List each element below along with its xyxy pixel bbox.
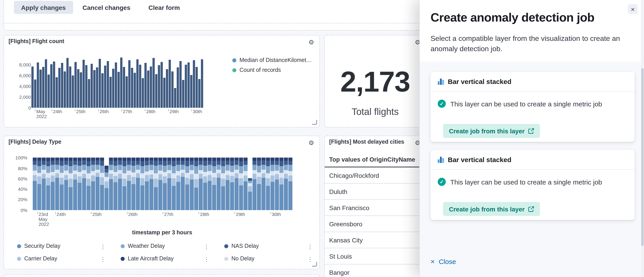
bar <box>74 62 77 108</box>
gear-icon[interactable]: ⚙ <box>307 138 316 147</box>
legend-label: Weather Delay <box>128 243 165 249</box>
bar <box>82 60 85 108</box>
clear-form-button[interactable]: Clear form <box>148 1 180 14</box>
stacked-bar <box>234 158 238 210</box>
bar <box>99 59 101 108</box>
legend-item[interactable]: Median of DistanceKilomet… <box>232 57 312 63</box>
x-axis-title: timestamp per 3 hours <box>32 229 293 236</box>
y-axis-tick: 4,000 <box>13 84 31 89</box>
bar <box>131 68 133 108</box>
legend-item[interactable]: Weather Delay <box>121 243 165 249</box>
table-row[interactable]: St Louis <box>325 248 426 264</box>
legend-item[interactable]: Security Delay <box>17 243 60 249</box>
legend-options-icon[interactable]: ⋮ <box>204 244 210 250</box>
table-column-header[interactable]: Top values of OriginCityName <box>325 152 426 167</box>
stacked-bar <box>262 158 266 210</box>
stacked-bar <box>51 158 55 210</box>
resize-handle-icon[interactable] <box>312 120 317 125</box>
stacked-bar <box>140 158 144 210</box>
flight-count-chart[interactable] <box>32 57 206 108</box>
x-axis-tick: 27th <box>163 212 173 217</box>
delay-type-panel: [Flights] Delay Type ⚙ 100% 80% 60% 40% … <box>4 136 320 269</box>
x-axis-tick: 26th <box>98 109 109 114</box>
flyout-title: Create anomaly detection job <box>430 11 594 25</box>
bar <box>112 69 114 108</box>
legend-label: Median of DistanceKilomet… <box>240 57 312 63</box>
bar <box>64 71 66 108</box>
table-row[interactable]: Duluth <box>325 184 426 200</box>
panel-title: [Flights] Delay Type <box>8 139 62 145</box>
stacked-bar <box>280 158 284 210</box>
legend-options-icon[interactable]: ⋮ <box>100 244 106 250</box>
bar <box>53 62 55 108</box>
legend-label: No Delay <box>232 255 254 262</box>
legend-options-icon[interactable]: ⋮ <box>100 256 106 263</box>
x-axis-tick: 28th <box>145 109 156 114</box>
bar <box>115 62 117 108</box>
stacked-bar <box>190 158 194 210</box>
check-circle-icon: ✓ <box>438 178 446 186</box>
bar <box>56 77 58 108</box>
legend-item[interactable]: Carrier Delay <box>17 255 57 262</box>
stacked-bar <box>127 158 131 210</box>
x-axis-tick: 29th <box>234 212 245 217</box>
legend-item[interactable]: NAS Delay <box>224 243 259 249</box>
stacked-bar <box>46 158 50 210</box>
close-icon[interactable]: × <box>628 4 638 14</box>
legend-options-icon[interactable]: ⋮ <box>307 244 313 250</box>
bar <box>42 67 44 108</box>
gear-icon[interactable]: ⚙ <box>307 38 316 47</box>
stacked-bar <box>78 158 82 210</box>
bar <box>182 80 184 108</box>
stacked-bar <box>132 158 136 210</box>
table-row[interactable]: Bangor <box>325 264 426 277</box>
x-axis-tick: 23rd May 2022 <box>37 212 49 227</box>
table-row[interactable]: Chicago/Rockford <box>325 167 426 184</box>
bar <box>104 66 106 108</box>
delay-type-chart[interactable] <box>33 158 293 210</box>
x-axis-tick: May 2022 <box>35 109 47 119</box>
bar <box>147 71 149 108</box>
legend-item[interactable]: No Delay <box>224 255 254 262</box>
legend-item[interactable]: Count of records <box>232 67 281 73</box>
total-flights-value: 2,173 <box>325 65 426 98</box>
scrollbar-thumb[interactable] <box>641 68 644 246</box>
create-job-button[interactable]: Create job from this layer <box>443 202 540 216</box>
stacked-bar <box>212 158 216 210</box>
bar-chart-icon <box>438 78 444 85</box>
create-job-button[interactable]: Create job from this layer <box>443 124 540 138</box>
resize-handle-icon[interactable] <box>312 262 317 267</box>
stacked-bar <box>109 158 113 210</box>
bar <box>58 68 60 108</box>
scrollbar-track[interactable] <box>641 0 644 277</box>
apply-changes-button[interactable]: Apply changes <box>14 1 73 14</box>
bar <box>48 75 50 108</box>
create-job-label: Create job from this layer <box>449 205 525 213</box>
bar <box>34 80 36 108</box>
close-x-icon: × <box>430 258 435 265</box>
x-axis-tick: 25th <box>91 212 102 217</box>
legend-dot <box>224 256 228 261</box>
bar <box>40 70 42 108</box>
panel-title: [Flights] Flight count <box>8 38 64 45</box>
y-axis-tick: 2,000 <box>13 95 31 100</box>
layer-card-header: Bar vertical stacked <box>430 72 634 92</box>
cancel-changes-button[interactable]: Cancel changes <box>82 1 130 14</box>
legend-label: Late Aircraft Delay <box>128 255 174 262</box>
stacked-bar <box>163 158 167 210</box>
flyout-close-button[interactable]: × Close <box>430 258 456 265</box>
stacked-bar <box>248 178 252 210</box>
bar <box>123 67 125 108</box>
table-row[interactable]: Kansas City <box>325 232 426 248</box>
legend-item[interactable]: Late Aircraft Delay <box>121 255 174 262</box>
stacked-bar <box>252 158 256 210</box>
table-row[interactable]: San Francisco <box>325 200 426 216</box>
compatibility-message: This layer can be used to create a singl… <box>450 100 602 108</box>
legend-label: NAS Delay <box>232 243 259 249</box>
total-flights-label: Total flights <box>325 106 426 117</box>
table-row[interactable]: Greensboro <box>325 216 426 232</box>
legend-options-icon[interactable]: ⋮ <box>204 256 210 263</box>
stacked-bar <box>226 158 230 210</box>
bar <box>128 60 130 108</box>
stacked-bar <box>122 158 126 210</box>
